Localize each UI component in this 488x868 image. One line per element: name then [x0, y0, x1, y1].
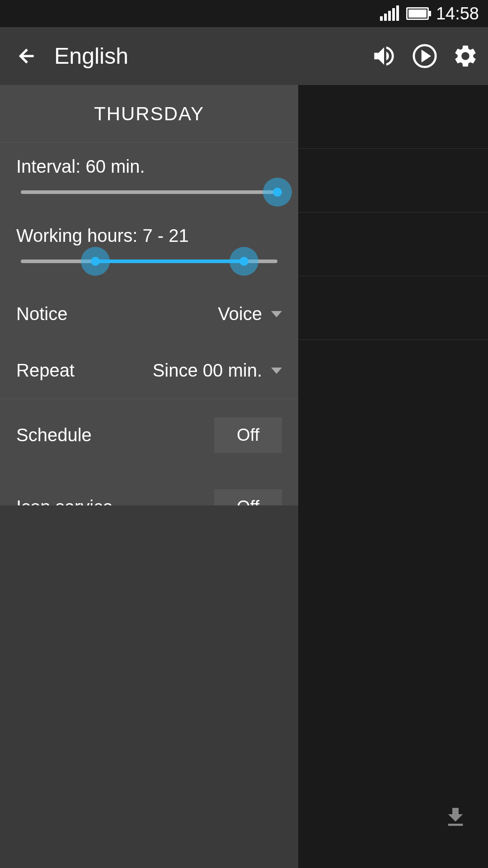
settings-icon[interactable] [452, 42, 479, 70]
repeat-dropdown[interactable]: Since 00 min. [153, 360, 282, 381]
app-bar: English [0, 27, 488, 85]
interval-row: Interval: 60 min. [0, 143, 298, 208]
action-icons [371, 42, 479, 70]
battery-icon [406, 7, 429, 20]
play-circle-icon[interactable] [411, 42, 438, 70]
interval-slider-thumb[interactable] [263, 178, 292, 207]
chevron-down-icon [271, 311, 282, 317]
back-button[interactable] [9, 38, 45, 74]
repeat-value: Since 00 min. [153, 360, 262, 381]
signal-icon [380, 6, 399, 21]
working-hours-end-thumb[interactable] [230, 247, 258, 276]
chevron-down-icon [271, 368, 282, 374]
working-hours-start-thumb[interactable] [81, 247, 110, 276]
volume-icon[interactable] [371, 42, 398, 70]
app-title: English [54, 43, 371, 69]
repeat-row: Repeat Since 00 min. [0, 342, 298, 399]
status-bar: 14:58 [0, 0, 488, 27]
divider [298, 148, 488, 149]
repeat-label: Repeat [16, 360, 75, 381]
interval-slider[interactable] [21, 190, 277, 194]
working-hours-row: Working hours: 7 - 21 [0, 208, 298, 277]
interval-label: Interval: 60 min. [16, 156, 282, 177]
schedule-label: Schedule [16, 425, 92, 445]
download-button[interactable] [443, 805, 470, 832]
divider [298, 212, 488, 212]
notice-dropdown[interactable]: Voice [218, 304, 282, 324]
panel-header: THURSDAY [0, 85, 298, 143]
main-container: THURSDAY Interval: 60 min. Working hours… [0, 85, 488, 868]
empty-space [0, 505, 298, 868]
schedule-row: Schedule Off [0, 399, 298, 471]
panel-title: THURSDAY [94, 103, 204, 125]
notice-value: Voice [218, 304, 262, 324]
divider [298, 340, 488, 340]
status-time: 14:58 [436, 4, 479, 24]
side-panel [298, 85, 488, 868]
notice-row: Notice Voice [0, 277, 298, 342]
divider [298, 276, 488, 276]
notice-label: Notice [16, 304, 67, 324]
working-hours-label: Working hours: 7 - 21 [16, 226, 282, 246]
schedule-toggle[interactable]: Off [214, 417, 282, 453]
settings-panel: THURSDAY Interval: 60 min. Working hours… [0, 85, 298, 868]
working-hours-slider[interactable] [21, 259, 277, 263]
working-hours-fill [95, 259, 244, 263]
